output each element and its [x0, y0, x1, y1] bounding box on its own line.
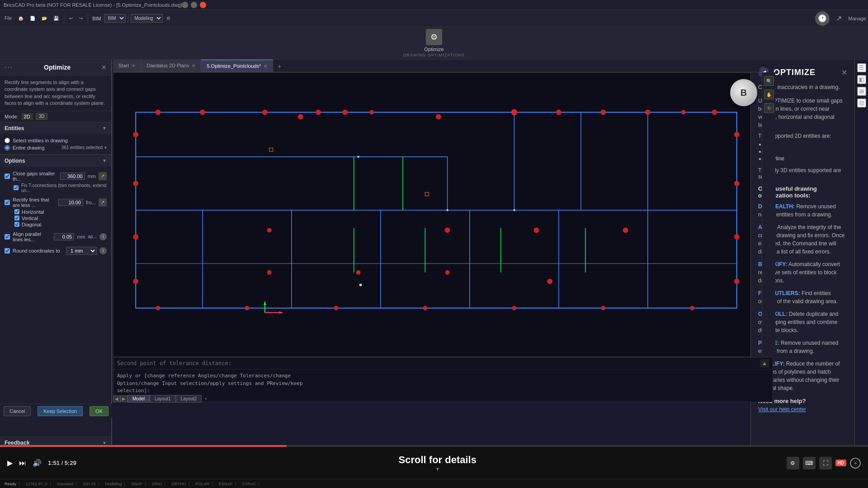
- user-avatar[interactable]: 🕐: [815, 11, 830, 26]
- tab-optimize[interactable]: 5.Optimize_Pointclouds* ✕: [201, 59, 273, 72]
- snap-btn[interactable]: SNAP: [128, 482, 146, 486]
- fix-t-checkbox[interactable]: [14, 185, 19, 190]
- svg-point-25: [316, 110, 321, 115]
- vertical-checkbox[interactable]: [14, 216, 19, 221]
- layers-icon[interactable]: ◧: [857, 75, 866, 84]
- command-input[interactable]: [117, 360, 760, 366]
- manage-nav[interactable]: Manage: [848, 16, 866, 21]
- workspace-dropdown[interactable]: Modeling: [131, 14, 163, 23]
- diagonal-checkbox[interactable]: [14, 222, 19, 227]
- volume-btn[interactable]: 🔊: [33, 459, 42, 467]
- add-btn[interactable]: +: [850, 458, 861, 469]
- zoom-btn[interactable]: 🔍: [764, 76, 774, 86]
- progress-bar[interactable]: [0, 445, 868, 447]
- logo-text: B: [741, 88, 747, 98]
- play-button[interactable]: ▶: [7, 459, 13, 467]
- strac-btn[interactable]: STRAC: [240, 482, 259, 486]
- cancel-button[interactable]: Cancel: [4, 406, 31, 416]
- layout2-tab[interactable]: Layout2: [176, 395, 202, 403]
- ortho-btn[interactable]: ORTHO: [169, 482, 189, 486]
- left-panel: ··· Optimize ✕ Rectify line segments to …: [0, 60, 112, 488]
- tab-daedalus[interactable]: Daedalus 2D Plans ✕: [141, 59, 201, 72]
- optimize-btn-label[interactable]: Optimize: [424, 47, 443, 52]
- horizontal-checkbox[interactable]: [14, 209, 19, 214]
- close-button[interactable]: [200, 2, 206, 8]
- ok-button[interactable]: OK: [90, 406, 108, 416]
- tab-optimize-close[interactable]: ✕: [264, 64, 267, 69]
- new-btn[interactable]: 📄: [27, 15, 38, 22]
- mode-value[interactable]: 2D: [21, 113, 33, 120]
- close-gaps-checkbox[interactable]: [5, 174, 10, 179]
- right-panel-close[interactable]: ✕: [841, 68, 847, 77]
- options-section-header[interactable]: Options ▼: [0, 155, 111, 167]
- undo-btn[interactable]: ↩: [66, 15, 75, 22]
- next-frame-btn[interactable]: ⏭: [19, 459, 26, 467]
- save-btn[interactable]: 💾: [51, 15, 61, 22]
- window-controls[interactable]: [182, 2, 206, 8]
- entities-section-header[interactable]: Entities ▼: [0, 122, 111, 134]
- add-layout-btn[interactable]: +: [202, 395, 210, 402]
- esnap-btn[interactable]: ESNAP: [216, 482, 236, 486]
- select-entities-radio[interactable]: [5, 138, 10, 143]
- entire-drawing-radio[interactable]: [5, 145, 10, 150]
- canvas-area[interactable]: [113, 72, 760, 357]
- open-btn[interactable]: 📂: [39, 15, 50, 22]
- entities-title: Entities: [5, 125, 24, 131]
- svg-point-32: [645, 110, 651, 115]
- svg-point-31: [600, 110, 606, 115]
- svg-point-47: [512, 306, 516, 310]
- model-tab[interactable]: Model: [127, 395, 150, 403]
- fullscreen-btn[interactable]: ⛶: [819, 457, 832, 469]
- layout-prev[interactable]: ◀: [113, 395, 120, 402]
- align-parallel-checkbox[interactable]: [5, 234, 10, 239]
- align-parallel-info[interactable]: i: [99, 233, 107, 240]
- polar-btn[interactable]: POLAR: [193, 482, 213, 486]
- svg-point-57: [547, 279, 552, 284]
- close-gaps-action-btn[interactable]: ↗: [99, 172, 107, 180]
- rectify-checkbox[interactable]: [5, 200, 10, 205]
- maximize-button[interactable]: [191, 2, 197, 8]
- redo-btn[interactable]: ↪: [76, 15, 85, 22]
- svg-point-34: [712, 110, 717, 115]
- help-center-link[interactable]: Visit our help center: [758, 406, 806, 413]
- blocks-icon[interactable]: ⊞: [857, 87, 866, 96]
- add-tab-button[interactable]: +: [273, 61, 286, 72]
- file-menu[interactable]: File: [2, 15, 14, 22]
- keep-selection-button[interactable]: Keep Selection: [38, 406, 83, 416]
- share-btn[interactable]: ↗: [833, 13, 844, 23]
- settings-btn[interactable]: ⚙: [164, 15, 173, 22]
- properties-icon[interactable]: ☰: [857, 63, 866, 72]
- tab-start-close[interactable]: ✕: [132, 63, 135, 68]
- ready-status: Ready: [2, 482, 19, 486]
- layout1-tab[interactable]: Layout1: [150, 395, 176, 403]
- panel-close-btn[interactable]: ✕: [101, 64, 107, 71]
- bim-dropdown[interactable]: BIM: [104, 14, 126, 23]
- horizontal-row: Horizontal: [14, 209, 107, 215]
- tab-start[interactable]: Start ✕: [113, 59, 141, 72]
- optimize-icon[interactable]: ⚙: [426, 29, 442, 45]
- grid-btn[interactable]: GRID: [149, 482, 165, 486]
- view-icon[interactable]: ⊡: [857, 99, 866, 108]
- mode-toggle[interactable]: 3D: [36, 113, 48, 120]
- round-coord-info[interactable]: i: [99, 247, 107, 254]
- round-coord-select[interactable]: 1 mm 0.1 mm 10 mm: [66, 247, 97, 255]
- pan-btn[interactable]: ✋: [764, 89, 774, 99]
- rectify-action-btn[interactable]: ↗: [99, 198, 107, 206]
- align-parallel-value[interactable]: [54, 233, 74, 240]
- svg-point-33: [681, 110, 686, 115]
- entities-dropdown-arrow[interactable]: ▾: [104, 145, 107, 150]
- home-btn[interactable]: 🏠: [15, 15, 26, 22]
- settings-icon-btn[interactable]: ⚙: [787, 457, 799, 469]
- minimize-button[interactable]: [182, 2, 188, 8]
- tab-daedalus-close[interactable]: ✕: [192, 63, 195, 68]
- rectify-value[interactable]: [58, 199, 83, 206]
- close-gaps-value[interactable]: [60, 173, 85, 180]
- layout-next[interactable]: ▶: [120, 395, 127, 402]
- command-scroll-btn[interactable]: ▲: [760, 359, 769, 367]
- round-coord-checkbox[interactable]: [5, 248, 10, 253]
- panel-menu[interactable]: ···: [5, 63, 13, 71]
- rotate-btn[interactable]: ↻: [764, 103, 774, 113]
- direction-options: Horizontal Vertical Diagonal: [5, 209, 107, 227]
- optimize-icon-container: ⚙ Optimize: [424, 29, 443, 52]
- keyboard-icon-btn[interactable]: ⌨: [803, 457, 816, 469]
